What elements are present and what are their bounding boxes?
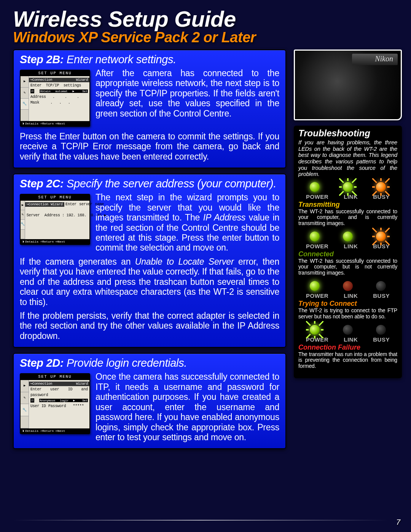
step-2d: Step 2D: Provide login credentials. SET … (13, 353, 286, 449)
header: Wireless Setup Guide Windows XP Service … (13, 8, 402, 46)
led-power-icon (310, 325, 320, 335)
main-column: Step 2B: Enter network settings. SET UP … (13, 50, 286, 455)
ts-state-name: Connection Failure (298, 343, 397, 351)
led-busy-icon (376, 182, 386, 192)
led-busy-icon (376, 325, 386, 335)
sidebar: Nikon Troubleshooting If you are having … (294, 50, 402, 455)
step-2d-para1: Once the camera has successfully connect… (96, 372, 279, 442)
page-subtitle: Windows XP Service Pack 2 or Later (13, 29, 402, 46)
camera-photo: Nikon (294, 50, 402, 120)
led-busy-icon (376, 232, 386, 241)
led-link-icon (343, 325, 353, 335)
ts-state-desc: The WT-2 has successfully connected to y… (298, 258, 397, 276)
troubleshooting-panel: Troubleshooting If you are having proble… (294, 126, 402, 378)
step-2c-para3: If the problem persists, verify that the… (20, 311, 279, 341)
ts-state-trying: POWER LINK BUSY Trying to Connect The WT… (295, 280, 401, 323)
camera-screen-2c: SET UP MENU ▶✎🔧 ↪Connection Wizard Enter… (20, 194, 90, 245)
ts-state-desc: The WT-2 is trying to connect to the FTP… (298, 308, 397, 320)
troubleshooting-intro: If you are having problems, the three LE… (295, 139, 401, 181)
step-2c-heading: Step 2C: Specify the server address (you… (20, 177, 279, 190)
camera-screen-2b: SET UP MENU ▶✎🔧 ↪Connection Wizard Enter… (20, 70, 90, 127)
ts-state-desc: The transmitter has run into a problem t… (298, 351, 397, 369)
led-power-icon (310, 281, 320, 291)
step-2c-para1: The next step in the wizard prompts you … (96, 192, 279, 252)
page-number: 7 (396, 518, 400, 527)
step-2d-heading: Step 2D: Provide login credentials. (20, 357, 279, 369)
led-power-icon (310, 232, 320, 241)
step-2c-para2: If the camera generates an Unable to Loc… (20, 257, 279, 307)
ts-state-name: Connected (298, 250, 397, 258)
step-2b-para1: After the camera has connected to the ap… (96, 68, 279, 118)
led-link-icon (343, 232, 353, 241)
step-2c: Step 2C: Specify the server address (you… (13, 174, 286, 348)
ts-state-failure: POWER LINK BUSY Connection Failure The t… (295, 323, 401, 373)
step-2b: Step 2B: Enter network settings. SET UP … (13, 50, 286, 168)
ts-state-desc: The WT-2 has successfully connected to y… (298, 209, 397, 226)
page-title: Wireless Setup Guide (13, 8, 402, 31)
footer-divider (13, 520, 388, 521)
camera-brand-label: Nikon (375, 54, 393, 63)
led-power-icon (310, 182, 320, 192)
troubleshooting-title: Troubleshooting (295, 126, 401, 139)
ts-state-connected: POWER LINK BUSY Connected The WT-2 has s… (295, 230, 401, 280)
led-busy-icon (376, 281, 386, 291)
step-2b-heading: Step 2B: Enter network settings. (20, 53, 279, 66)
ts-state-name: Trying to Connect (298, 300, 397, 308)
led-link-icon (343, 182, 353, 192)
led-link-icon (343, 281, 353, 291)
ts-state-transmitting: POWER LINK BUSY Transmitting The WT-2 ha… (295, 181, 401, 230)
step-2b-para2: Press the Enter button on the camera to … (20, 131, 279, 161)
ts-state-name: Transmitting (298, 201, 397, 209)
camera-screen-2d: SET UP MENU ▶✎🔧 ↪Connection Wizard Enter… (20, 373, 90, 434)
